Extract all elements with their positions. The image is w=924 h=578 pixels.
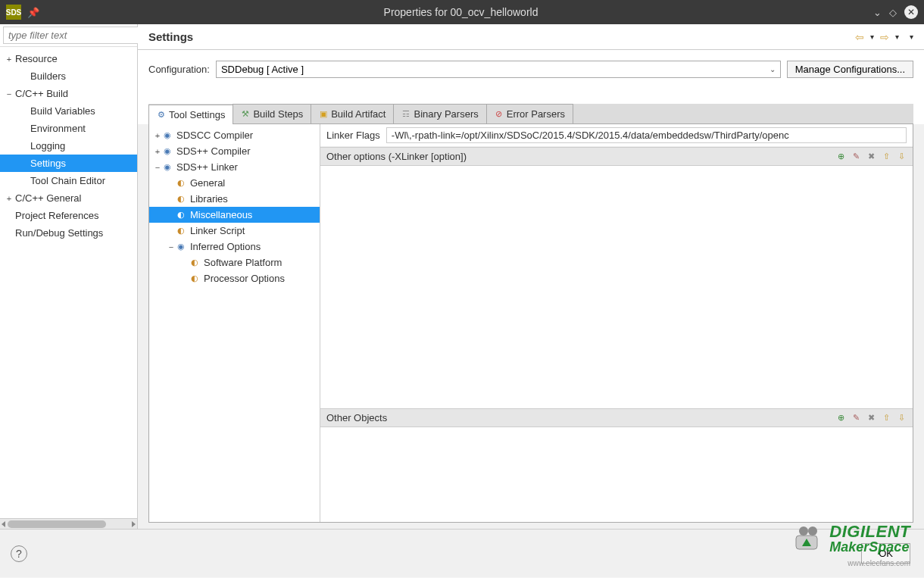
filter-input[interactable] <box>3 27 142 44</box>
option-icon: ◐ <box>177 210 188 220</box>
sidebar-item-label: Logging <box>30 140 65 152</box>
config-value: SDDebug [ Active ] <box>221 64 304 75</box>
tool-tree-item-linker-script[interactable]: ◐Linker Script <box>149 223 320 239</box>
sidebar-item-label: Settings <box>30 158 66 169</box>
tab-label: Binary Parsers <box>414 108 478 120</box>
tool-icon: ◉ <box>164 146 174 156</box>
sidebar-item-label: Tool Chain Editor <box>30 175 105 186</box>
tab-tool-settings[interactable]: ⚙Tool Settings <box>148 105 233 124</box>
sidebar-item-environment[interactable]: Environment <box>0 120 137 137</box>
sidebar-item-logging[interactable]: Logging <box>0 137 137 155</box>
option-icon: ◐ <box>177 178 188 188</box>
tab-error-parsers[interactable]: ⊘Error Parsers <box>486 104 573 123</box>
help-icon[interactable]: ? <box>11 545 27 562</box>
tab-icon: ▣ <box>319 110 328 119</box>
other-options-label: Other options (-XLinker [option]) <box>326 151 835 162</box>
category-tree: +ResourceBuilders−C/C++ BuildBuild Varia… <box>0 47 137 518</box>
window-title: Properties for 00_ocv_helloworld <box>48 6 873 18</box>
expander-icon[interactable]: + <box>154 147 161 156</box>
edit-icon[interactable]: ✎ <box>851 413 861 423</box>
config-label: Configuration: <box>148 64 210 75</box>
tabs: ⚙Tool Settings⚒Build Steps▣Build Artifac… <box>148 104 913 124</box>
tool-tree-label: Inferred Options <box>190 241 261 252</box>
move-down-icon[interactable]: ⇩ <box>896 413 907 423</box>
option-icon: ◐ <box>191 273 201 283</box>
sidebar-item-build-variables[interactable]: Build Variables <box>0 102 137 120</box>
tool-tree-label: Libraries <box>190 193 228 205</box>
nav-back-icon[interactable]: ⇦ <box>855 31 864 43</box>
tool-tree-item-software-platform[interactable]: ◐Software Platform <box>149 255 320 270</box>
sidebar-item-label: Builders <box>30 70 66 82</box>
tab-build-steps[interactable]: ⚒Build Steps <box>233 104 311 123</box>
nav-back-menu-icon[interactable]: ▾ <box>870 33 874 41</box>
delete-icon[interactable]: ✖ <box>866 152 876 162</box>
panel-menu-icon[interactable]: ▾ <box>910 33 913 41</box>
sidebar-item-c-c-general[interactable]: +C/C++ General <box>0 189 137 207</box>
tab-label: Build Artifact <box>331 108 386 120</box>
config-select[interactable]: SDDebug [ Active ] ⌄ <box>216 61 781 78</box>
sidebar-item-resource[interactable]: +Resource <box>0 50 137 67</box>
sidebar-item-label: Build Variables <box>30 105 95 117</box>
add-icon[interactable]: ⊕ <box>835 152 846 162</box>
expander-icon[interactable]: − <box>167 242 175 252</box>
sidebar-item-tool-chain-editor[interactable]: Tool Chain Editor <box>0 172 137 189</box>
add-icon[interactable]: ⊕ <box>835 413 846 423</box>
ok-button[interactable]: OK <box>861 543 910 564</box>
tool-tree-item-sds-compiler[interactable]: +◉SDS++ Compiler <box>149 143 320 159</box>
tool-tree-label: Processor Options <box>204 273 285 284</box>
tool-tree-item-sds-linker[interactable]: −◉SDS++ Linker <box>149 159 320 175</box>
sidebar-scrollbar[interactable] <box>0 518 137 529</box>
expander-icon[interactable]: + <box>5 55 14 64</box>
linker-flags-label: Linker Flags <box>326 130 380 141</box>
other-options-list[interactable] <box>320 166 913 408</box>
sidebar-item-builders[interactable]: Builders <box>0 67 137 85</box>
chevron-down-icon: ⌄ <box>769 65 776 73</box>
nav-forward-icon[interactable]: ⇨ <box>880 31 889 43</box>
move-down-icon[interactable]: ⇩ <box>896 152 907 162</box>
tool-tree-item-sdscc-compiler[interactable]: +◉SDSCC Compiler <box>149 127 320 143</box>
tool-tree-item-libraries[interactable]: ◐Libraries <box>149 191 320 207</box>
tab-label: Error Parsers <box>507 108 565 120</box>
sidebar-item-label: Run/Debug Settings <box>15 227 103 239</box>
expander-icon[interactable]: + <box>5 194 14 203</box>
close-icon[interactable]: ✕ <box>904 5 918 19</box>
minimize-icon[interactable]: ⌄ <box>873 7 882 18</box>
edit-icon[interactable]: ✎ <box>851 152 861 162</box>
manage-configurations-button[interactable]: Manage Configurations... <box>787 61 913 78</box>
tool-icon: ◉ <box>164 162 174 172</box>
option-icon: ◐ <box>177 226 188 236</box>
expander-icon[interactable]: − <box>5 89 14 98</box>
panel-title: Settings <box>148 30 855 43</box>
tab-label: Build Steps <box>253 108 303 120</box>
move-up-icon[interactable]: ⇧ <box>881 413 891 423</box>
tab-icon: ⊘ <box>495 110 504 119</box>
sidebar-item-project-references[interactable]: Project References <box>0 207 137 224</box>
delete-icon[interactable]: ✖ <box>866 413 876 423</box>
maximize-icon[interactable]: ◇ <box>889 7 897 18</box>
sidebar-item-run-debug-settings[interactable]: Run/Debug Settings <box>0 224 137 242</box>
tab-binary-parsers[interactable]: ☶Binary Parsers <box>393 104 486 123</box>
option-icon: ◐ <box>191 258 201 267</box>
tool-tree-item-miscellaneous[interactable]: ◐Miscellaneous <box>149 207 320 223</box>
move-up-icon[interactable]: ⇧ <box>881 152 891 162</box>
other-objects-list[interactable] <box>320 427 913 522</box>
sidebar-item-label: Resource <box>15 53 58 64</box>
pin-icon[interactable]: 📌 <box>27 7 39 18</box>
expander-icon[interactable]: + <box>154 131 161 140</box>
tool-tree-item-inferred-options[interactable]: −◉Inferred Options <box>149 239 320 255</box>
tab-icon: ☶ <box>401 110 410 119</box>
tab-label: Tool Settings <box>169 109 225 120</box>
tab-icon: ⚙ <box>157 111 166 120</box>
nav-forward-menu-icon[interactable]: ▾ <box>895 33 899 41</box>
sidebar-item-label: C/C++ General <box>15 192 81 204</box>
tool-tree-item-general[interactable]: ◐General <box>149 175 320 191</box>
tool-tree-label: Linker Script <box>190 225 245 236</box>
tool-icon: ◉ <box>177 242 188 252</box>
tab-build-artifact[interactable]: ▣Build Artifact <box>311 104 394 123</box>
tool-tree-label: Software Platform <box>204 257 282 268</box>
sidebar-item-c-c-build[interactable]: −C/C++ Build <box>0 85 137 102</box>
tool-tree-item-processor-options[interactable]: ◐Processor Options <box>149 270 320 286</box>
sidebar-item-settings[interactable]: Settings <box>0 155 137 172</box>
expander-icon[interactable]: − <box>154 163 161 172</box>
linker-flags-input[interactable]: -Wl\,-rpath-link=/opt/Xilinx/SDSoC/2015.… <box>386 127 907 143</box>
